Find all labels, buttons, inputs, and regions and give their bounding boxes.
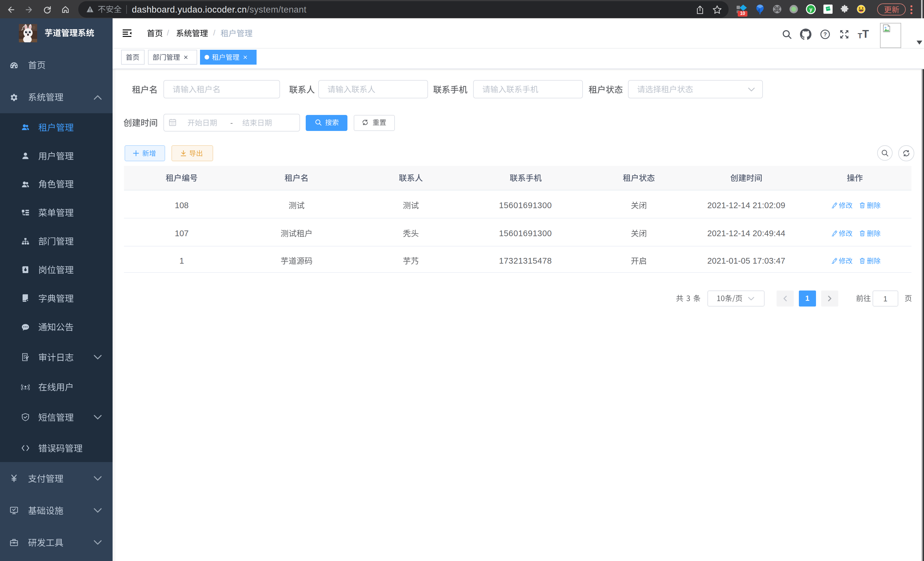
svg-text:?: ? [823, 31, 826, 38]
svg-text:y: y [809, 6, 813, 12]
